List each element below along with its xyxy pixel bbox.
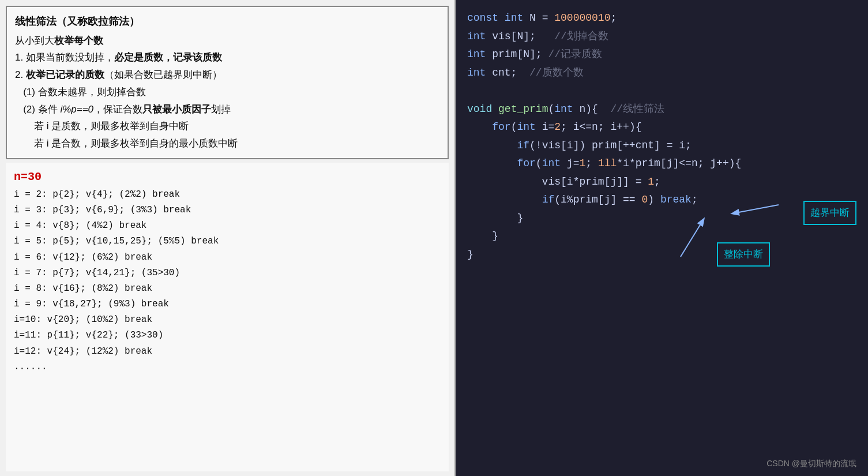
example-row-2: i = 3: p{3}; v{6,9}; (3%3) break: [14, 203, 441, 218]
annotation-yuejie: 越界中断: [803, 201, 856, 225]
code-line-1: const int N = 100000010;: [467, 9, 856, 28]
code-line-6: void get_prim(int n){ //线性筛法: [467, 100, 856, 119]
code-line-5: [467, 82, 856, 100]
code-line-11: if(i%prim[j] == 0) break;: [467, 191, 856, 209]
theory-rule-2: 2. 枚举已记录的质数（如果合数已越界则中断）: [15, 66, 439, 84]
example-row-1: i = 2: p{2}; v{4}; (2%2) break: [14, 187, 441, 203]
left-panel: 线性筛法（又称欧拉筛法） 从小到大枚举每个数 1. 如果当前数没划掉，必定是质数…: [0, 0, 456, 476]
code-line-4: int cnt; //质数个数: [467, 64, 856, 83]
code-line-3: int prim[N]; //记录质数: [467, 46, 856, 64]
right-panel: const int N = 100000010; int vis[N]; //划…: [456, 0, 868, 476]
example-row-4: i = 5: p{5}; v{10,15,25}; (5%5) break: [14, 234, 441, 249]
example-ellipsis: ......: [14, 359, 441, 375]
example-row-9: i=10: v{20}; (10%2) break: [14, 312, 441, 328]
code-line-9: for(int j=1; 1ll*i*prim[j]<=n; j++){: [467, 155, 856, 173]
theory-rule-2b: (2) 条件 i%p==0，保证合数只被最小质因子划掉: [15, 101, 439, 118]
example-row-3: i = 4: v{8}; (4%2) break: [14, 218, 441, 234]
theory-box: 线性筛法（又称欧拉筛法） 从小到大枚举每个数 1. 如果当前数没划掉，必定是质数…: [6, 6, 449, 159]
example-row-8: i = 9: v{18,27}; (9%3) break: [14, 297, 441, 312]
code-line-2: int vis[N]; //划掉合数: [467, 28, 856, 46]
theory-rule-1: 1. 如果当前数没划掉，必定是质数，记录该质数: [15, 49, 439, 66]
code-line-13: }: [467, 227, 856, 246]
watermark: CSDN @曼切斯特的流氓: [766, 456, 856, 471]
theory-rule-2b-1: 若 i 是质数，则最多枚举到自身中断: [15, 118, 439, 135]
code-line-12: }: [467, 209, 856, 228]
theory-rule-2b-2: 若 i 是合数，则最多枚举到自身的最小质数中断: [15, 135, 439, 152]
code-block: const int N = 100000010; int vis[N]; //划…: [467, 9, 856, 264]
example-row-11: i=12: v{24}; (12%2) break: [14, 344, 441, 359]
annotation-zhengchu: 整除中断: [717, 242, 770, 267]
theory-subtitle: 从小到大枚举每个数: [15, 32, 439, 50]
n-label: n=30: [14, 167, 441, 187]
theory-rule-2a: (1) 合数未越界，则划掉合数: [15, 84, 439, 101]
example-row-6: i = 7: p{7}; v{14,21}; (35>30): [14, 265, 441, 281]
example-row-10: i=11: p{11}; v{22}; (33>30): [14, 328, 441, 343]
example-row-7: i = 8: v{16}; (8%2) break: [14, 281, 441, 297]
theory-title: 线性筛法（又称欧拉筛法）: [15, 13, 439, 31]
example-box: n=30 i = 2: p{2}; v{4}; (2%2) break i = …: [6, 163, 449, 471]
code-line-14: }: [467, 246, 856, 264]
code-line-8: if(!vis[i]) prim[++cnt] = i;: [467, 137, 856, 155]
code-line-7: for(int i=2; i<=n; i++){: [467, 118, 856, 137]
code-line-10: vis[i*prim[j]] = 1;: [467, 173, 856, 192]
example-row-5: i = 6: v{12}; (6%2) break: [14, 250, 441, 265]
